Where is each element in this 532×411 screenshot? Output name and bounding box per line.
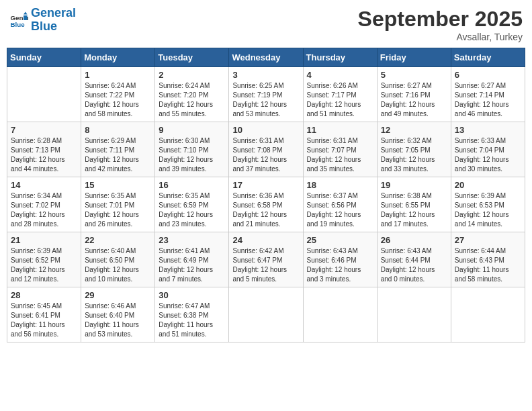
calendar-cell: 7Sunrise: 6:28 AM Sunset: 7:13 PM Daylig…: [7, 122, 81, 177]
day-info: Sunrise: 6:28 AM Sunset: 7:13 PM Dayligh…: [11, 136, 77, 174]
day-of-week-header: Thursday: [303, 48, 377, 67]
day-number: 15: [85, 180, 151, 190]
day-number: 3: [232, 70, 299, 80]
calendar-cell: 14Sunrise: 6:34 AM Sunset: 7:02 PM Dayli…: [7, 177, 81, 232]
day-number: 26: [381, 235, 447, 245]
calendar-cell: 5Sunrise: 6:27 AM Sunset: 7:16 PM Daylig…: [377, 67, 451, 122]
day-number: 27: [455, 235, 521, 245]
calendar-cell: 29Sunrise: 6:46 AM Sunset: 6:40 PM Dayli…: [81, 287, 155, 342]
day-info: Sunrise: 6:27 AM Sunset: 7:16 PM Dayligh…: [381, 81, 447, 119]
day-info: Sunrise: 6:36 AM Sunset: 6:58 PM Dayligh…: [232, 191, 299, 229]
calendar-cell: 26Sunrise: 6:43 AM Sunset: 6:44 PM Dayli…: [377, 232, 451, 287]
page-header: General Blue General Blue September 2025…: [7, 7, 525, 42]
calendar-header-row: SundayMondayTuesdayWednesdayThursdayFrid…: [7, 48, 525, 67]
day-number: 22: [85, 235, 151, 245]
calendar-cell: 1Sunrise: 6:24 AM Sunset: 7:22 PM Daylig…: [81, 67, 155, 122]
calendar-week-row: 28Sunrise: 6:45 AM Sunset: 6:41 PM Dayli…: [7, 287, 525, 342]
svg-text:Blue: Blue: [10, 21, 25, 28]
calendar-cell: 30Sunrise: 6:47 AM Sunset: 6:38 PM Dayli…: [155, 287, 229, 342]
day-number: 10: [232, 125, 299, 135]
calendar-cell: 27Sunrise: 6:44 AM Sunset: 6:43 PM Dayli…: [451, 232, 525, 287]
day-number: 20: [455, 180, 521, 190]
day-info: Sunrise: 6:45 AM Sunset: 6:41 PM Dayligh…: [11, 302, 77, 339]
calendar-cell: [7, 67, 81, 122]
day-info: Sunrise: 6:39 AM Sunset: 6:52 PM Dayligh…: [11, 246, 77, 284]
day-info: Sunrise: 6:34 AM Sunset: 7:02 PM Dayligh…: [11, 191, 77, 229]
calendar-cell: 20Sunrise: 6:39 AM Sunset: 6:53 PM Dayli…: [451, 177, 525, 232]
day-number: 16: [159, 180, 225, 190]
calendar-cell: 22Sunrise: 6:40 AM Sunset: 6:50 PM Dayli…: [81, 232, 155, 287]
calendar-week-row: 1Sunrise: 6:24 AM Sunset: 7:22 PM Daylig…: [7, 67, 525, 122]
day-number: 12: [381, 125, 447, 135]
day-info: Sunrise: 6:29 AM Sunset: 7:11 PM Dayligh…: [85, 136, 151, 174]
calendar-cell: 11Sunrise: 6:31 AM Sunset: 7:07 PM Dayli…: [303, 122, 377, 177]
calendar-cell: 16Sunrise: 6:35 AM Sunset: 6:59 PM Dayli…: [155, 177, 229, 232]
calendar-cell: [303, 287, 377, 342]
day-info: Sunrise: 6:46 AM Sunset: 6:40 PM Dayligh…: [85, 302, 151, 339]
month-title: September 2025: [358, 7, 523, 32]
day-number: 5: [381, 70, 447, 80]
day-number: 19: [381, 180, 447, 190]
day-of-week-header: Friday: [377, 48, 451, 67]
day-info: Sunrise: 6:39 AM Sunset: 6:53 PM Dayligh…: [455, 191, 521, 229]
calendar-cell: 6Sunrise: 6:27 AM Sunset: 7:14 PM Daylig…: [451, 67, 525, 122]
day-info: Sunrise: 6:31 AM Sunset: 7:07 PM Dayligh…: [307, 136, 373, 174]
day-number: 4: [307, 70, 373, 80]
day-of-week-header: Sunday: [7, 48, 81, 67]
calendar-cell: 25Sunrise: 6:43 AM Sunset: 6:46 PM Dayli…: [303, 232, 377, 287]
day-info: Sunrise: 6:41 AM Sunset: 6:49 PM Dayligh…: [159, 246, 225, 284]
calendar-cell: 24Sunrise: 6:42 AM Sunset: 6:47 PM Dayli…: [229, 232, 303, 287]
day-info: Sunrise: 6:43 AM Sunset: 6:46 PM Dayligh…: [307, 246, 373, 284]
calendar-cell: 3Sunrise: 6:25 AM Sunset: 7:19 PM Daylig…: [229, 67, 303, 122]
calendar-cell: 19Sunrise: 6:38 AM Sunset: 6:55 PM Dayli…: [377, 177, 451, 232]
day-number: 8: [85, 125, 151, 135]
day-number: 14: [11, 180, 77, 190]
day-number: 1: [85, 70, 151, 80]
calendar-cell: 21Sunrise: 6:39 AM Sunset: 6:52 PM Dayli…: [7, 232, 81, 287]
day-info: Sunrise: 6:43 AM Sunset: 6:44 PM Dayligh…: [381, 246, 447, 284]
day-number: 9: [159, 125, 225, 135]
day-number: 23: [159, 235, 225, 245]
calendar-table: SundayMondayTuesdayWednesdayThursdayFrid…: [7, 48, 525, 342]
calendar-cell: 13Sunrise: 6:33 AM Sunset: 7:04 PM Dayli…: [451, 122, 525, 177]
day-number: 2: [159, 70, 225, 80]
day-of-week-header: Tuesday: [155, 48, 229, 67]
day-number: 18: [307, 180, 373, 190]
day-number: 7: [11, 125, 77, 135]
calendar-cell: 9Sunrise: 6:30 AM Sunset: 7:10 PM Daylig…: [155, 122, 229, 177]
logo-text: General Blue: [31, 7, 76, 34]
day-info: Sunrise: 6:40 AM Sunset: 6:50 PM Dayligh…: [85, 246, 151, 284]
day-info: Sunrise: 6:35 AM Sunset: 6:59 PM Dayligh…: [159, 191, 225, 229]
day-number: 30: [159, 290, 225, 300]
calendar-cell: 17Sunrise: 6:36 AM Sunset: 6:58 PM Dayli…: [229, 177, 303, 232]
calendar-cell: 12Sunrise: 6:32 AM Sunset: 7:05 PM Dayli…: [377, 122, 451, 177]
logo: General Blue General Blue: [9, 7, 76, 34]
day-info: Sunrise: 6:24 AM Sunset: 7:22 PM Dayligh…: [85, 81, 151, 119]
day-number: 6: [455, 70, 521, 80]
calendar-week-row: 14Sunrise: 6:34 AM Sunset: 7:02 PM Dayli…: [7, 177, 525, 232]
day-info: Sunrise: 6:38 AM Sunset: 6:55 PM Dayligh…: [381, 191, 447, 229]
day-info: Sunrise: 6:47 AM Sunset: 6:38 PM Dayligh…: [159, 302, 225, 339]
day-info: Sunrise: 6:32 AM Sunset: 7:05 PM Dayligh…: [381, 136, 447, 174]
day-info: Sunrise: 6:30 AM Sunset: 7:10 PM Dayligh…: [159, 136, 225, 174]
calendar-week-row: 21Sunrise: 6:39 AM Sunset: 6:52 PM Dayli…: [7, 232, 525, 287]
day-number: 28: [11, 290, 77, 300]
day-number: 29: [85, 290, 151, 300]
day-info: Sunrise: 6:33 AM Sunset: 7:04 PM Dayligh…: [455, 136, 521, 174]
calendar-cell: 28Sunrise: 6:45 AM Sunset: 6:41 PM Dayli…: [7, 287, 81, 342]
day-info: Sunrise: 6:25 AM Sunset: 7:19 PM Dayligh…: [232, 81, 299, 119]
calendar-cell: 10Sunrise: 6:31 AM Sunset: 7:08 PM Dayli…: [229, 122, 303, 177]
day-info: Sunrise: 6:27 AM Sunset: 7:14 PM Dayligh…: [455, 81, 521, 119]
calendar-cell: [229, 287, 303, 342]
day-of-week-header: Wednesday: [229, 48, 303, 67]
day-info: Sunrise: 6:44 AM Sunset: 6:43 PM Dayligh…: [455, 246, 521, 284]
calendar-cell: 4Sunrise: 6:26 AM Sunset: 7:17 PM Daylig…: [303, 67, 377, 122]
day-info: Sunrise: 6:35 AM Sunset: 7:01 PM Dayligh…: [85, 191, 151, 229]
day-of-week-header: Saturday: [451, 48, 525, 67]
calendar-cell: 8Sunrise: 6:29 AM Sunset: 7:11 PM Daylig…: [81, 122, 155, 177]
calendar-cell: 15Sunrise: 6:35 AM Sunset: 7:01 PM Dayli…: [81, 177, 155, 232]
calendar-cell: [377, 287, 451, 342]
calendar-cell: 23Sunrise: 6:41 AM Sunset: 6:49 PM Dayli…: [155, 232, 229, 287]
day-number: 21: [11, 235, 77, 245]
calendar-cell: 18Sunrise: 6:37 AM Sunset: 6:56 PM Dayli…: [303, 177, 377, 232]
